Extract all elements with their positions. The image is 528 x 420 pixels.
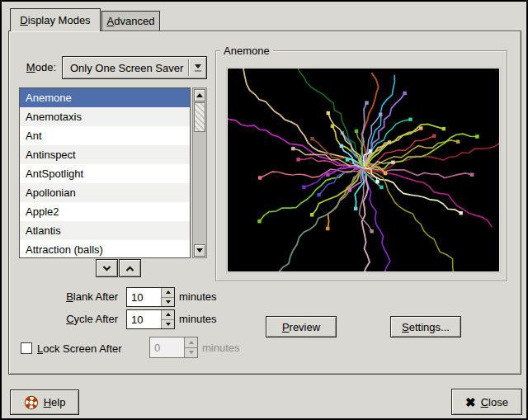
spin-up-icon (166, 290, 171, 294)
preview-group-frame: Anemone (215, 50, 507, 281)
lock-screen-checkbox[interactable] (21, 342, 32, 354)
list-item[interactable]: Apple2 (20, 202, 190, 221)
tab-advanced-label: Advanced (107, 15, 155, 27)
lock-screen-label: Lock Screen After (37, 338, 122, 360)
cycle-after-unit: minutes (179, 309, 217, 329)
spin-up-icon (166, 313, 171, 316)
list-item[interactable]: Anemone (20, 88, 190, 107)
tab-display-modes-label: Display Modes (20, 14, 90, 26)
list-item[interactable]: Apollonian (20, 183, 190, 202)
close-button-label: Close (481, 396, 508, 408)
blank-after-spin-down[interactable] (162, 298, 174, 307)
help-button[interactable]: Help (10, 389, 79, 415)
life-ring-help-icon (24, 395, 39, 410)
close-x-icon: ✖ (465, 396, 476, 408)
blank-after-spin-up[interactable] (162, 288, 174, 298)
preview-button[interactable]: Preview (266, 316, 337, 337)
list-item[interactable]: Ant (20, 126, 190, 145)
list-item[interactable]: Anemotaxis (20, 107, 190, 126)
spin-up-icon (189, 341, 194, 344)
blank-after-label: Blank After (26, 287, 118, 307)
settings-button[interactable]: Settings... (390, 316, 461, 337)
arrow-down-icon (196, 248, 203, 252)
spin-down-icon (189, 351, 194, 354)
scroll-up-button[interactable] (194, 89, 205, 101)
saver-list: AnemoneAnemotaxisAntAntinspectAntSpotlig… (19, 87, 191, 258)
saver-list-scrollbar[interactable] (192, 87, 207, 258)
preview-well (226, 67, 501, 273)
cycle-after-spin-down[interactable] (162, 320, 174, 329)
screensaver-preview (228, 68, 499, 271)
tab-display-modes[interactable]: Display Modes (10, 8, 101, 31)
mode-select[interactable]: Only One Screen Saver (62, 56, 207, 79)
spin-down-icon (166, 300, 171, 304)
arrow-up-icon (196, 93, 203, 97)
lock-after-spinbox (149, 337, 198, 358)
list-item[interactable]: Atlantis (20, 221, 190, 240)
lock-after-unit: minutes (202, 337, 240, 357)
lock-after-spin-up[interactable] (185, 337, 197, 348)
display-modes-page: Mode: Only One Screen Saver AnemoneAnemo… (8, 31, 521, 375)
scrollbar-thumb[interactable] (194, 102, 205, 132)
list-item[interactable]: AntSpotlight (20, 164, 190, 183)
blank-after-spinbox (126, 287, 175, 307)
saver-list-container: AnemoneAnemotaxisAntAntinspectAntSpotlig… (19, 87, 207, 258)
list-item[interactable]: Attraction (balls) (20, 240, 190, 258)
move-down-button[interactable] (96, 259, 118, 277)
mode-label: Mode: (9, 56, 56, 79)
cycle-after-spinbox (126, 309, 175, 329)
lock-after-input[interactable] (150, 337, 184, 357)
list-item[interactable]: Antinspect (20, 145, 190, 164)
screensaver-preferences-dialog: Display Modes Advanced Mode: Only One Sc… (0, 0, 528, 420)
tab-advanced[interactable]: Advanced (101, 11, 160, 31)
move-up-button[interactable] (119, 259, 141, 277)
preview-group-title: Anemone (220, 44, 273, 58)
settings-button-label: Settings... (402, 321, 450, 333)
blank-after-input[interactable] (127, 288, 161, 306)
preview-button-label: Preview (282, 321, 320, 333)
anemone-preview-drawing (228, 68, 499, 271)
blank-after-unit: minutes (179, 287, 217, 307)
spin-down-icon (166, 323, 171, 326)
close-button[interactable]: ✖ Close (451, 389, 522, 415)
chevron-down-icon (102, 266, 111, 271)
scroll-down-button[interactable] (194, 244, 205, 257)
cycle-after-input[interactable] (127, 310, 161, 328)
lock-after-spin-down[interactable] (185, 348, 197, 358)
help-button-label: Help (44, 396, 66, 408)
cycle-after-label: Cycle After (26, 309, 118, 329)
mode-select-value: Only One Screen Saver (63, 62, 188, 74)
cycle-after-spin-up[interactable] (162, 310, 174, 320)
dropdown-arrow-icon (190, 64, 206, 72)
chevron-up-icon (125, 266, 134, 271)
